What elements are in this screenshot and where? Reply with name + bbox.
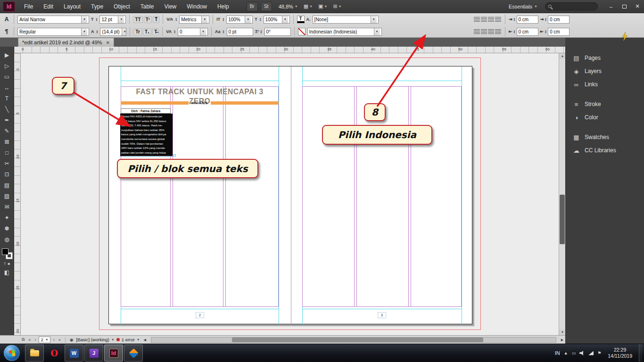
- language-combo[interactable]: Indonesian (Indonesia) ▼: [307, 28, 382, 36]
- article-kicker[interactable]: HIV/AIDS: [121, 101, 279, 105]
- font-family-combo[interactable]: Arial Narrow ▼: [17, 16, 89, 24]
- first-page-button[interactable]: «: [27, 337, 32, 342]
- document-tab[interactable]: *edit artikel 2019 ed 2.indd @ 49% ✕: [18, 38, 114, 47]
- article-byline[interactable]: Oleh : Fatma Zahara: [121, 108, 171, 114]
- workspace-switcher[interactable]: Essentials ▼: [509, 4, 537, 9]
- justify-all-button[interactable]: [495, 29, 501, 34]
- minimize-button[interactable]: –: [604, 0, 618, 13]
- menu-item[interactable]: Window: [182, 0, 212, 13]
- stroke-none-swatch[interactable]: [298, 28, 305, 35]
- case-toggle-button[interactable]: Tr: [133, 28, 141, 35]
- preflight-error-count[interactable]: 1 error: [122, 337, 135, 342]
- network-icon[interactable]: [588, 351, 594, 355]
- vertical-scrollbar[interactable]: ▲ ▼: [559, 53, 565, 335]
- taskbar-opera[interactable]: O: [45, 345, 64, 362]
- case-toggle-button[interactable]: T̶: [152, 28, 159, 35]
- page-preview-icon[interactable]: ⧉: [21, 337, 25, 342]
- indent-stepper[interactable]: ▲▼: [545, 17, 547, 21]
- spread[interactable]: FAST TRACK UNTUK MENCAPAI 3 ZERO HIV/AID…: [108, 66, 472, 324]
- indent-field[interactable]: 0 cm: [548, 28, 570, 36]
- pencil-tool[interactable]: ✎: [1, 125, 13, 136]
- indent-field[interactable]: 0 cm: [517, 28, 538, 36]
- search-input[interactable]: [553, 4, 591, 9]
- scroll-left-arrow[interactable]: ◄: [142, 337, 148, 342]
- leading-field[interactable]: (14,4 pt) ▼: [100, 28, 126, 36]
- justify-last-left-button[interactable]: [474, 29, 480, 34]
- menu-item[interactable]: Help: [212, 0, 234, 13]
- justify-last-center-button[interactable]: [481, 29, 487, 34]
- taskbar-journal[interactable]: J: [84, 345, 103, 362]
- font-size-field[interactable]: 12 pt ▼: [99, 16, 126, 24]
- page-number-frame-right[interactable]: 3: [378, 312, 386, 318]
- vertical-ruler[interactable]: 051015202530: [14, 53, 21, 335]
- previous-page-button[interactable]: ‹: [33, 337, 37, 342]
- vertical-scale-field[interactable]: 100% ▼: [264, 16, 290, 24]
- menu-item[interactable]: File: [19, 0, 38, 13]
- screen-mode-button[interactable]: ◧: [1, 267, 13, 278]
- language-indicator[interactable]: IN: [555, 350, 560, 356]
- restore-button[interactable]: [618, 0, 631, 13]
- taskbar-clock[interactable]: 22:29 14/11/2019: [605, 347, 635, 359]
- line-tool[interactable]: ╲: [1, 104, 13, 115]
- character-style-combo[interactable]: [None] ▼: [313, 16, 379, 24]
- scroll-right-arrow[interactable]: ►: [559, 337, 565, 342]
- paragraph-formatting-toggle[interactable]: ¶: [3, 28, 10, 35]
- arrange-documents-button[interactable]: ⊞ ▼: [333, 3, 341, 9]
- menu-item[interactable]: Edit: [38, 0, 58, 13]
- indent-field[interactable]: 0 cm: [517, 16, 538, 24]
- taskbar-viewer[interactable]: [124, 345, 143, 362]
- indent-field[interactable]: 0 cm: [548, 16, 570, 24]
- scissors-tool[interactable]: ✂: [1, 158, 13, 169]
- indent-stepper[interactable]: ▲▼: [545, 30, 547, 33]
- rectangle-frame-tool[interactable]: ⊠: [1, 136, 13, 147]
- start-button[interactable]: [4, 345, 20, 361]
- quick-actions-lightning-icon[interactable]: [622, 32, 628, 41]
- stock-button[interactable]: St: [261, 2, 272, 11]
- tray-expand-icon[interactable]: ▲: [564, 351, 568, 355]
- gap-tool[interactable]: ↔: [1, 82, 13, 93]
- indent-stepper[interactable]: ▲▼: [513, 17, 516, 21]
- zoom-level-select[interactable]: 48,8% ▼: [279, 4, 298, 9]
- character-formatting-toggle[interactable]: A: [3, 16, 10, 23]
- formatting-affects-text-button[interactable]: T: [4, 262, 6, 266]
- case-toggle-button[interactable]: TT: [133, 16, 142, 23]
- last-page-button[interactable]: »: [58, 337, 62, 342]
- text-frame-outport[interactable]: [173, 154, 176, 156]
- hand-tool[interactable]: ✽: [1, 223, 13, 234]
- skew-field[interactable]: 0°: [264, 28, 291, 36]
- baseline-shift-stepper[interactable]: ▲▼: [223, 30, 225, 33]
- selected-text-block[interactable]: Situasi HIV AIDS di Indonesia per2016 ka…: [120, 114, 173, 156]
- page-number-frame-left[interactable]: 2: [196, 312, 204, 318]
- volume-icon[interactable]: [579, 351, 585, 355]
- horizontal-scroll-thumb[interactable]: [232, 337, 483, 342]
- search-box[interactable]: [545, 2, 598, 10]
- taskbar-indesign[interactable]: Id: [104, 345, 123, 362]
- horizontal-scale-field[interactable]: 100% ▼: [226, 16, 253, 24]
- vertical-scroll-thumb[interactable]: [560, 195, 565, 244]
- case-toggle-button[interactable]: T̄: [153, 16, 159, 23]
- bridge-button[interactable]: Br: [247, 2, 258, 11]
- eyedropper-tool[interactable]: ✦: [1, 212, 13, 223]
- align-right-button[interactable]: [488, 17, 494, 22]
- panel-tab-color[interactable]: ◑ Color: [566, 111, 644, 124]
- menu-item[interactable]: Layout: [58, 0, 86, 13]
- justify-last-right-button[interactable]: [488, 29, 494, 34]
- menu-item[interactable]: Type: [86, 0, 108, 13]
- view-options-button[interactable]: ▦ ▼: [304, 3, 313, 9]
- panel-tab-layers[interactable]: ◈ Layers: [566, 65, 644, 78]
- type-tool[interactable]: T: [1, 93, 13, 104]
- font-size-stepper[interactable]: ▲▼: [96, 17, 98, 21]
- note-tool[interactable]: ✉: [1, 201, 13, 212]
- gradient-swatch-tool[interactable]: ▤: [1, 180, 13, 190]
- close-button[interactable]: ✕: [631, 0, 644, 13]
- horizontal-ruler[interactable]: 051015202530354045505560: [14, 47, 565, 53]
- selection-tool[interactable]: ▶: [1, 49, 13, 60]
- font-style-combo[interactable]: Regular ▼: [17, 28, 89, 36]
- leading-stepper[interactable]: ▲▼: [96, 30, 99, 33]
- apply-color-button[interactable]: ■: [8, 262, 10, 266]
- panel-tab-pages[interactable]: ▤ Pages: [566, 51, 644, 65]
- show-desktop-button[interactable]: [639, 344, 642, 362]
- pasteboard[interactable]: FAST TRACK UNTUK MENCAPAI 3 ZERO HIV/AID…: [21, 53, 559, 335]
- panel-tab-swatches[interactable]: ▦ Swatches: [566, 131, 644, 144]
- panel-tab-cc-libraries[interactable]: ☁ CC Libraries: [566, 144, 644, 157]
